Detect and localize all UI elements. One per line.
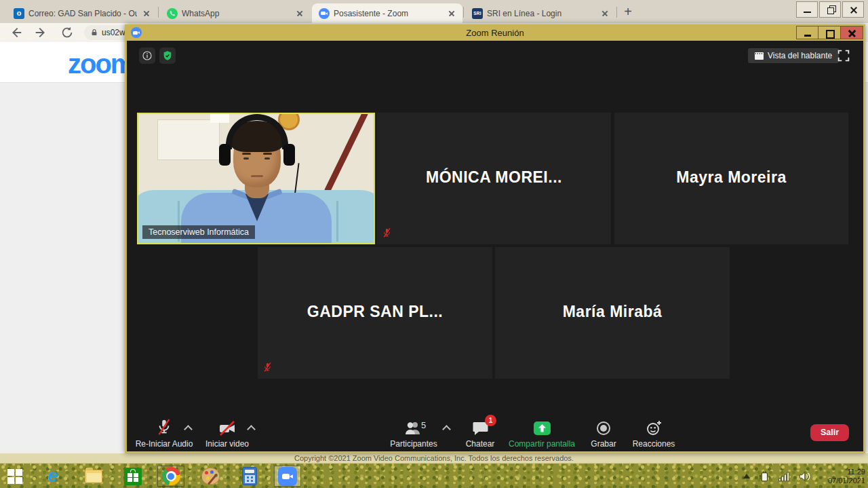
clock-date: 07/01/2021 — [821, 476, 865, 485]
tab-title: WhatsApp — [182, 9, 290, 18]
participant-tile-gadpr[interactable]: GADPR SAN PL... — [258, 247, 492, 379]
copyright-text: Copyright ©2021 Zoom Video Communication… — [0, 453, 868, 463]
close-tab-icon[interactable] — [141, 8, 152, 19]
start-button[interactable] — [1, 466, 28, 487]
browser-window-controls — [795, 1, 864, 18]
calculator-button[interactable] — [236, 466, 263, 487]
file-explorer-button[interactable] — [80, 466, 107, 487]
lock-icon — [90, 29, 98, 37]
muted-mic-icon — [263, 362, 272, 373]
zoom-maximize-button[interactable] — [818, 26, 841, 39]
share-screen-icon — [533, 420, 551, 436]
network-signal-icon[interactable] — [777, 470, 791, 483]
chrome-icon — [162, 467, 180, 485]
browser-close-button[interactable] — [842, 1, 864, 18]
calculator-icon — [242, 467, 257, 485]
person-eye — [264, 157, 270, 159]
mic-muted-icon — [156, 419, 172, 436]
browser-minimize-button[interactable] — [796, 1, 818, 18]
taskbar-clock[interactable]: 11:29 07/01/2021 — [821, 468, 865, 485]
copyright-strip: Copyright ©2021 Zoom Video Communication… — [0, 453, 868, 463]
video-options-caret[interactable] — [248, 424, 254, 430]
participant-name: María Mirabá — [495, 303, 730, 321]
headphone-earcup — [219, 144, 231, 166]
zoom-close-button[interactable] — [841, 26, 863, 39]
fullscreen-icon[interactable] — [836, 48, 851, 63]
participants-icon — [404, 420, 423, 436]
info-icon — [142, 50, 153, 61]
meeting-info-button[interactable] — [139, 48, 155, 64]
tab-posasistente-zoom[interactable]: Posasistente - Zoom — [312, 3, 462, 23]
leave-meeting-button[interactable]: Salir — [810, 424, 849, 441]
zoom-meeting-window: Zoom Reunión Vista del hablante — [125, 24, 865, 453]
browser-restore-button[interactable] — [819, 1, 841, 18]
internet-explorer-button[interactable]: e — [39, 466, 66, 487]
zoom-taskbar-icon — [278, 467, 297, 486]
close-tab-icon[interactable] — [599, 8, 610, 19]
speaker-view-label: Vista del hablante — [768, 51, 832, 60]
video-muted-icon — [218, 420, 236, 436]
reactions-label: Reacciones — [616, 439, 691, 449]
tab-separator — [616, 7, 617, 18]
person-eye — [243, 157, 249, 159]
participant-tile-mayra[interactable]: Mayra Moreira — [614, 113, 848, 244]
zoom-meeting-content: Vista del hablante — [127, 41, 863, 451]
microsoft-store-button[interactable] — [119, 466, 146, 487]
zoom-icon — [319, 8, 330, 19]
video-tile-tecnoserviweb[interactable]: Tecnoserviweb Informática — [137, 113, 375, 244]
zoom-title-bar[interactable]: Zoom Reunión — [125, 24, 865, 41]
close-tab-icon[interactable] — [294, 8, 305, 19]
video-bg-detail — [210, 114, 229, 123]
outlook-icon: o — [14, 8, 24, 19]
volume-icon[interactable] — [797, 470, 811, 483]
back-icon[interactable] — [8, 25, 23, 40]
muted-mic-icon — [382, 227, 391, 239]
meeting-toolbar: Re-Iniciar Audio Iniciar video — [127, 409, 863, 451]
tab-separator — [463, 7, 464, 18]
clock-time: 11:29 — [821, 468, 865, 476]
chrome-button[interactable] — [157, 466, 184, 487]
tab-whatsapp[interactable]: WhatsApp — [160, 3, 311, 23]
video-bg-frame — [324, 113, 368, 192]
new-tab-button[interactable]: + — [618, 3, 637, 22]
video-bg-whiteboard — [157, 119, 220, 160]
participant-name: Mayra Moreira — [614, 168, 848, 187]
windows-logo-icon — [7, 469, 22, 484]
whatsapp-icon — [167, 8, 178, 19]
tab-sri-login[interactable]: SRI SRI en Línea - Login — [465, 3, 616, 23]
tab-title: Posasistente - Zoom — [334, 9, 442, 18]
tab-title: SRI en Línea - Login — [487, 9, 595, 18]
store-icon — [124, 468, 142, 485]
browser-tab-strip: o Correo: GAD San Placido - Outlo WhatsA… — [0, 0, 868, 23]
speaker-view-button[interactable]: Vista del hablante — [748, 48, 839, 63]
paint-button[interactable] — [197, 466, 224, 487]
forward-icon[interactable] — [34, 25, 49, 40]
headphone-earcup — [283, 144, 295, 166]
start-video-button[interactable]: Iniciar video — [190, 419, 264, 449]
participant-name: GADPR SAN PL... — [258, 303, 492, 321]
start-video-label: Iniciar video — [190, 439, 264, 449]
close-tab-icon[interactable] — [446, 8, 457, 19]
zoom-minimize-button[interactable] — [796, 26, 818, 39]
folder-icon — [85, 470, 102, 483]
speaker-view-icon — [755, 52, 764, 60]
reactions-button[interactable]: Reacciones — [616, 419, 691, 449]
windows-taskbar: e — [0, 463, 868, 488]
zoom-app-icon — [131, 27, 142, 38]
reload-icon[interactable] — [60, 25, 75, 40]
zoom-app-button[interactable] — [274, 466, 301, 487]
participant-tile-monica[interactable]: MÓNICA MOREI... — [377, 113, 611, 244]
person-mouth — [251, 175, 263, 177]
shield-check-icon — [162, 50, 173, 61]
hidden-icons-caret[interactable] — [743, 474, 750, 478]
tab-correo-outlook[interactable]: o Correo: GAD San Placido - Outlo — [7, 3, 157, 23]
zoom-window-controls — [796, 26, 863, 39]
participant-name: MÓNICA MOREI... — [377, 168, 611, 187]
battery-icon[interactable] — [758, 470, 770, 483]
video-couch-seam — [336, 201, 338, 242]
participants-button[interactable]: 5 Participantes — [376, 419, 451, 449]
system-tray: 11:29 07/01/2021 — [743, 464, 865, 488]
encryption-shield-button[interactable] — [159, 48, 176, 64]
sri-icon: SRI — [472, 8, 483, 19]
participant-tile-maria[interactable]: María Mirabá — [495, 247, 730, 379]
